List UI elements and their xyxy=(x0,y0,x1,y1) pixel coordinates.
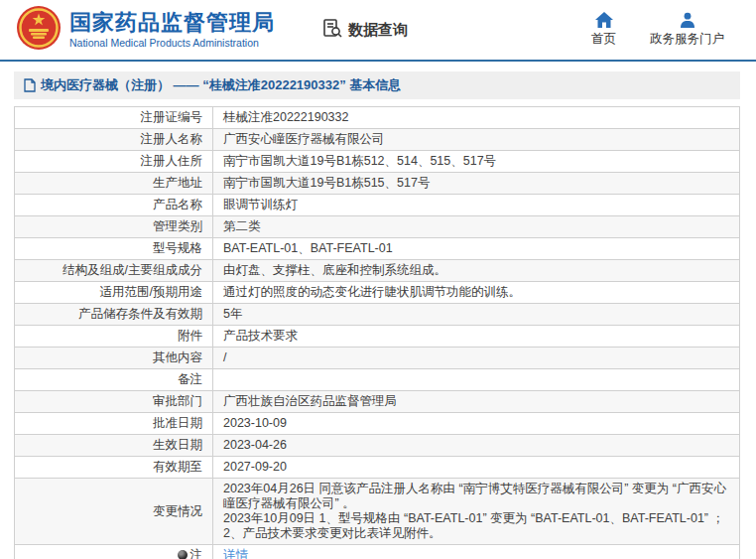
row-value: 南宁市国凯大道19号B1栋512、514、515、517号 xyxy=(213,151,740,173)
nav-gov-portal[interactable]: 政务服务门户 xyxy=(650,12,724,48)
table-row: 其他内容/ xyxy=(15,348,740,369)
info-table-body: 注册证编号桂械注准20222190332注册人名称广西安心瞳医疗器械有限公司注册… xyxy=(15,107,740,559)
table-row: 生产地址南宁市国凯大道19号B1栋515、517号 xyxy=(15,173,740,195)
row-label: 其他内容 xyxy=(15,348,213,369)
row-value: 由灯盘、支撑柱、底座和控制系统组成。 xyxy=(213,260,740,282)
row-value: 2027-09-20 xyxy=(213,457,740,479)
row-label: 附件 xyxy=(15,326,213,348)
row-label: 型号规格 xyxy=(15,238,213,260)
row-label: 有效期至 xyxy=(15,457,213,479)
note-bullet-icon xyxy=(178,550,188,559)
data-query-button[interactable]: 数据查询 xyxy=(322,18,408,42)
row-value xyxy=(213,369,740,391)
row-value: 通过灯的照度的动态变化进行睫状肌调节功能的训练。 xyxy=(213,282,740,304)
row-label: 注 xyxy=(15,545,213,559)
user-icon xyxy=(680,12,695,28)
table-row: 产品名称眼调节训练灯 xyxy=(15,195,740,216)
document-search-icon xyxy=(322,18,343,42)
nav-home-label: 首页 xyxy=(591,31,616,48)
row-label: 管理类别 xyxy=(15,216,213,238)
row-value: 详情 xyxy=(213,545,740,559)
table-row: 管理类别第二类 xyxy=(15,216,740,238)
breadcrumb: 境内医疗器械（注册） —— “桂械注准20222190332” 基本信息 xyxy=(14,71,740,99)
header-nav: 首页 政务服务门户 xyxy=(591,12,738,48)
row-value: 眼调节训练灯 xyxy=(213,195,740,216)
table-row: 型号规格BAT-EATL-01、BAT-FEATL-01 xyxy=(15,238,740,260)
home-icon xyxy=(595,12,613,28)
row-label: 注册人住所 xyxy=(15,151,213,173)
row-label: 批准日期 xyxy=(15,413,213,435)
table-row: 有效期至2027-09-20 xyxy=(15,457,740,479)
data-query-label: 数据查询 xyxy=(348,21,408,40)
table-row: 变更情况2023年04月26日 同意该产品注册人名称由 “南宁博艾特医疗器械有限… xyxy=(15,479,740,545)
row-value: 桂械注准20222190332 xyxy=(213,107,740,129)
row-value: 第二类 xyxy=(213,216,740,238)
row-value: 2023年04月26日 同意该产品注册人名称由 “南宁博艾特医疗器械有限公司” … xyxy=(213,479,740,545)
row-label: 产品储存条件及有效期 xyxy=(15,304,213,326)
row-value: 广西壮族自治区药品监督管理局 xyxy=(213,391,740,413)
site-subtitle: National Medical Products Administration xyxy=(69,37,275,50)
table-row: 注册证编号桂械注准20222190332 xyxy=(15,107,740,129)
page-header: 国家药品监督管理局 National Medical Products Admi… xyxy=(0,0,756,62)
row-value: 南宁市国凯大道19号B1栋515、517号 xyxy=(213,173,740,195)
table-row: 注详情 xyxy=(15,545,740,559)
row-label: 生产地址 xyxy=(15,173,213,195)
row-label: 注册证编号 xyxy=(15,107,213,129)
table-row: 备注 xyxy=(15,369,740,391)
document-icon xyxy=(24,78,36,92)
table-row: 结构及组成/主要组成成分由灯盘、支撑柱、底座和控制系统组成。 xyxy=(15,260,740,282)
nmpa-logo: 国家药品监督管理局 National Medical Products Admi… xyxy=(16,5,275,55)
row-value: 5年 xyxy=(213,304,740,326)
table-row: 注册人住所南宁市国凯大道19号B1栋512、514、515、517号 xyxy=(15,151,740,173)
row-value: 产品技术要求 xyxy=(213,326,740,348)
row-value: / xyxy=(213,348,740,369)
site-title: 国家药品监督管理局 xyxy=(69,11,275,35)
row-label: 产品名称 xyxy=(15,195,213,216)
table-row: 产品储存条件及有效期5年 xyxy=(15,304,740,326)
table-row: 批准日期2023-10-09 xyxy=(15,413,740,435)
row-value: 2023-10-09 xyxy=(213,413,740,435)
row-value: 广西安心瞳医疗器械有限公司 xyxy=(213,129,740,151)
table-row: 附件产品技术要求 xyxy=(15,326,740,348)
row-label: 生效日期 xyxy=(15,435,213,457)
row-label: 备注 xyxy=(15,369,213,391)
row-value: BAT-EATL-01、BAT-FEATL-01 xyxy=(213,238,740,260)
row-label: 变更情况 xyxy=(15,479,213,545)
nmpa-emblem-icon xyxy=(16,5,62,55)
row-label: 审批部门 xyxy=(15,391,213,413)
table-row: 审批部门广西壮族自治区药品监督管理局 xyxy=(15,391,740,413)
table-row: 适用范围/预期用途通过灯的照度的动态变化进行睫状肌调节功能的训练。 xyxy=(15,282,740,304)
table-row: 注册人名称广西安心瞳医疗器械有限公司 xyxy=(15,129,740,151)
detail-link[interactable]: 详情 xyxy=(223,548,248,559)
row-value: 2023-04-26 xyxy=(213,435,740,457)
row-label: 注册人名称 xyxy=(15,129,213,151)
breadcrumb-text: 境内医疗器械（注册） —— “桂械注准20222190332” 基本信息 xyxy=(41,76,401,94)
table-row: 生效日期2023-04-26 xyxy=(15,435,740,457)
nav-home[interactable]: 首页 xyxy=(591,12,616,48)
row-label: 适用范围/预期用途 xyxy=(15,282,213,304)
registration-info-table: 注册证编号桂械注准20222190332注册人名称广西安心瞳医疗器械有限公司注册… xyxy=(14,106,740,559)
row-label: 结构及组成/主要组成成分 xyxy=(15,260,213,282)
registration-info-panel: 注册证编号桂械注准20222190332注册人名称广西安心瞳医疗器械有限公司注册… xyxy=(14,106,740,559)
nav-gov-portal-label: 政务服务门户 xyxy=(650,31,724,48)
